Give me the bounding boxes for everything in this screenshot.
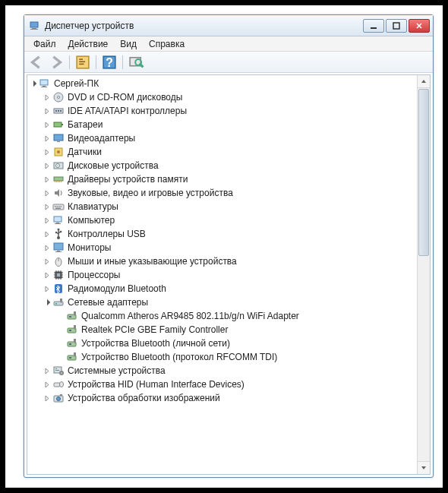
tree-expander-icon[interactable] <box>43 243 52 252</box>
tree-item[interactable]: Устройства обработки изображений <box>43 391 428 405</box>
toolbar-separator <box>96 55 96 69</box>
tree-expander-icon[interactable] <box>43 393 52 403</box>
tree-item[interactable]: Системные устройства <box>43 364 428 378</box>
svg-point-47 <box>55 232 57 233</box>
tree-item-label: Видеоадаптеры <box>68 133 135 144</box>
hid-icon <box>52 378 65 390</box>
menu-help[interactable]: Справка <box>143 37 191 51</box>
tree-spacer <box>56 311 65 321</box>
tree-item[interactable]: Мониторы <box>43 241 428 254</box>
tree-item[interactable]: Батареи <box>43 118 428 131</box>
tree-item[interactable]: Устройство Bluetooth (протокол RFCOMM TD… <box>56 350 428 364</box>
scroll-down-button[interactable] <box>418 461 430 474</box>
tree-expander-icon[interactable] <box>29 79 38 88</box>
tree-expander-icon[interactable] <box>43 366 52 375</box>
tree-item[interactable]: Процессоры <box>43 268 428 282</box>
close-button[interactable] <box>409 19 430 33</box>
tree-item[interactable]: Радиомодули Bluetooth <box>43 282 428 295</box>
properties-button[interactable] <box>74 54 92 71</box>
menu-file[interactable]: Файл <box>27 37 62 51</box>
tree-item[interactable]: Сергей-ПК <box>29 77 428 90</box>
svg-rect-0 <box>30 22 38 27</box>
scan-hardware-button[interactable] <box>127 54 145 71</box>
tree-item[interactable]: Qualcomm Atheros AR9485 802.11b/g/n WiFi… <box>56 309 428 323</box>
svg-rect-49 <box>54 243 63 250</box>
tree-expander-icon[interactable] <box>43 257 52 266</box>
tree-expander-icon[interactable] <box>43 161 52 170</box>
tree-expander-icon[interactable] <box>43 120 52 129</box>
svg-point-30 <box>57 165 58 166</box>
tree-expander-icon[interactable] <box>43 134 52 143</box>
back-button <box>27 54 46 71</box>
svg-rect-14 <box>43 86 46 87</box>
svg-rect-51 <box>55 251 62 252</box>
tree-item[interactable]: Сетевые адаптеры <box>43 295 428 309</box>
svg-rect-33 <box>56 181 57 182</box>
svg-rect-3 <box>371 27 377 29</box>
tree-item[interactable]: IDE ATA/ATAPI контроллеры <box>43 104 428 118</box>
tree-item[interactable]: Дисковые устройства <box>43 159 428 172</box>
netcard-icon <box>66 351 78 363</box>
svg-rect-76 <box>54 383 60 387</box>
tree-expander-icon[interactable] <box>43 270 52 280</box>
tree-item[interactable]: DVD и CD-ROM дисководы <box>43 90 428 104</box>
tree-item-label: Устройства Bluetooth (личной сети) <box>81 338 230 349</box>
tree-item[interactable]: Датчики <box>43 145 428 159</box>
scroll-thumb[interactable] <box>418 89 429 256</box>
svg-point-17 <box>58 96 60 99</box>
tree-item[interactable]: Realtek PCIe GBE Family Controller <box>56 323 428 337</box>
tree-expander-icon[interactable] <box>43 202 52 211</box>
tree-expander-icon[interactable] <box>43 175 52 184</box>
tree-item[interactable]: Мыши и иные указывающие устройства <box>43 254 428 268</box>
tree-expander-icon[interactable] <box>43 106 52 115</box>
menu-view[interactable]: Вид <box>114 37 143 51</box>
minimize-button[interactable] <box>363 19 384 33</box>
svg-rect-4 <box>393 23 399 29</box>
tree-item-label: Qualcomm Atheros AR9485 802.11b/g/n WiFi… <box>81 311 299 321</box>
vertical-scrollbar[interactable] <box>417 75 430 474</box>
tree-item-label: Системные устройства <box>68 365 166 376</box>
scroll-up-button[interactable] <box>418 75 430 88</box>
svg-rect-60 <box>74 311 76 314</box>
tree-expander-icon[interactable] <box>43 216 52 225</box>
svg-point-75 <box>61 372 62 374</box>
app-icon <box>29 20 41 32</box>
tree-expander-icon[interactable] <box>43 188 52 198</box>
maximize-button[interactable] <box>386 19 407 33</box>
tree-item[interactable]: Драйверы устройств памяти <box>43 172 428 186</box>
tree-expander-icon[interactable] <box>43 93 52 102</box>
svg-rect-39 <box>57 206 58 207</box>
device-tree-panel[interactable]: Сергей-ПК DVD и CD-ROM дисководы IDE ATA… <box>27 74 431 475</box>
tree-item[interactable]: Клавиатуры <box>43 200 428 213</box>
tree-item-label: Компьютер <box>68 215 115 226</box>
tree-item-label: Устройства обработки изображений <box>68 393 220 403</box>
tree-expander-icon[interactable] <box>43 284 52 293</box>
svg-rect-32 <box>55 181 55 182</box>
sound-icon <box>52 187 65 199</box>
menu-action[interactable]: Действие <box>62 37 115 51</box>
outer-frame: Диспетчер устройств Файл Действие Вид Сп… <box>5 5 443 488</box>
toolbar-separator <box>122 55 123 69</box>
tree-item-label: Сергей-ПК <box>54 78 99 89</box>
svg-rect-7 <box>79 61 85 62</box>
netcard-icon <box>66 337 78 349</box>
system-icon <box>52 365 65 377</box>
tree-item[interactable]: Звуковые, видео и игровые устройства <box>43 186 428 200</box>
device-manager-window: Диспетчер устройств Файл Действие Вид Сп… <box>24 14 434 478</box>
tree-expander-icon[interactable] <box>43 380 52 389</box>
netcard-icon <box>66 324 78 336</box>
tree-expander-icon[interactable] <box>43 229 52 239</box>
tree-item[interactable]: Устройства HID (Human Interface Devices) <box>43 378 428 391</box>
svg-rect-23 <box>62 124 63 125</box>
svg-rect-48 <box>60 231 62 232</box>
tree-item[interactable]: Контроллеры USB <box>43 227 428 241</box>
tree-expander-icon[interactable] <box>43 147 52 156</box>
tree-expander-icon[interactable] <box>43 298 52 307</box>
tree-item[interactable]: Видеоадаптеры <box>43 131 428 145</box>
tree-item[interactable]: Устройства Bluetooth (личной сети) <box>56 337 428 350</box>
svg-rect-58 <box>60 299 62 302</box>
tree-item[interactable]: Компьютер <box>43 213 428 227</box>
help-button[interactable]: ? <box>100 54 118 71</box>
titlebar[interactable]: Диспетчер устройств <box>24 15 433 36</box>
svg-rect-2 <box>30 29 38 30</box>
